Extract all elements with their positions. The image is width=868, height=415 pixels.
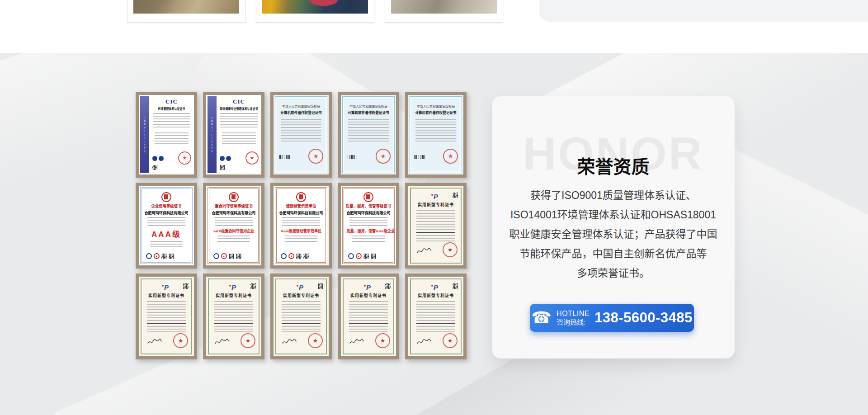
cnipa-logo-icon: P <box>434 283 438 291</box>
hotline-button[interactable]: ☎ HOTLINE 咨询热线: 138-5600-3485 <box>530 304 694 332</box>
qr-code-icon <box>229 254 234 259</box>
certificate-cic-environment[interactable]: CERTIFICATE CIC 环境管理体系认证证书 <box>136 92 197 178</box>
certificate-title: 诚信经营示范单位 <box>278 203 324 209</box>
red-seal-icon <box>375 333 390 348</box>
honor-description: 获得了ISO9001质量管理体系认证、 ISO14001环境管理体系认证和OHS… <box>501 186 726 283</box>
qr-code-icon <box>236 254 241 259</box>
cnipa-logo-icon: P <box>299 283 303 291</box>
certificate-title: 实用新型专利证书 <box>142 292 191 298</box>
certificate-enterprise-credit[interactable]: 企业信用等级证书 合肥珂玛环保科技有限公司 AAA级 <box>136 183 197 269</box>
phone-icon: ☎ <box>531 310 552 326</box>
certificate-title: 计算机软件著作权登记证书 <box>411 110 460 115</box>
hotline-number: 138-5600-3485 <box>594 310 693 326</box>
grade-text: AAA级重合同守信用企业 <box>212 228 255 234</box>
certificate-title: 实用新型专利证书 <box>411 292 461 298</box>
signature-icon <box>214 338 230 345</box>
qr-code-icon <box>453 283 458 289</box>
qr-code-icon <box>152 165 157 170</box>
certificate-utility-patent[interactable]: P 实用新型专利证书 <box>203 274 264 359</box>
honor-card: HONOR 荣誉资质 获得了ISO9001质量管理体系认证、 ISO14001环… <box>492 96 735 358</box>
signature-icon <box>147 338 162 345</box>
signature-icon <box>349 338 364 345</box>
red-emblem-icon <box>363 192 373 202</box>
signature-icon <box>416 338 432 345</box>
certificate-title: 计算机软件著作权登记证书 <box>344 110 393 115</box>
qr-code-icon <box>161 254 167 259</box>
cnipa-logo-icon: P <box>231 283 236 291</box>
divider <box>282 323 321 324</box>
gallery-card[interactable] <box>127 0 245 23</box>
certificate-cic-safety[interactable]: CERTIFICATE CIC 职业健康安全管理体系认证证书 <box>203 92 264 178</box>
certificate-contract-credit[interactable]: 重合同守信用等级证书 合肥珂玛环保科技有限公司 AAA级重合同守信用企业 <box>203 183 264 269</box>
company-name: 合肥珂玛环保科技有限公司 <box>143 210 190 215</box>
construction-photo-2 <box>262 0 368 14</box>
red-seal-icon <box>308 333 323 348</box>
certificate-utility-patent[interactable]: P 实用新型专利证书 <box>136 274 197 359</box>
certificate-ribbon: CERTIFICATE <box>140 96 149 173</box>
credit-logo-icon <box>281 253 287 259</box>
certificate-utility-patent[interactable]: P 实用新型专利证书 <box>405 274 467 359</box>
red-seal-icon <box>443 149 458 164</box>
gallery-card[interactable] <box>256 0 374 23</box>
certificate-utility-patent[interactable]: P 实用新型专利证书 <box>405 183 467 269</box>
barcode-icon <box>347 155 358 159</box>
cic-badge-icon <box>220 156 225 161</box>
description-line: 职业健康安全管理体系认证；产品获得了中国 <box>501 225 726 244</box>
star-seal-icon <box>154 253 160 259</box>
qr-code-icon <box>250 283 256 289</box>
grade-text: AAA级 <box>142 228 191 239</box>
divider <box>214 323 253 324</box>
credit-logo-icon <box>146 253 152 259</box>
qr-code-icon <box>385 283 391 289</box>
construction-photo-3 <box>391 0 497 14</box>
grade-text: AAA级诚信经营示范单位 <box>279 228 323 234</box>
qr-code-icon <box>303 254 309 259</box>
description-line: 节能环保产品，中国自主创新名优产品等 <box>501 244 726 264</box>
certificate-title: 重合同守信用等级证书 <box>211 203 256 209</box>
red-emblem-icon <box>229 192 239 202</box>
gallery-card[interactable] <box>385 0 503 23</box>
certificate-utility-patent[interactable]: P 实用新型专利证书 <box>338 274 399 359</box>
divider <box>416 232 455 233</box>
certificate-title: 企业信用等级证书 <box>144 203 189 209</box>
company-name: 合肥珂玛环保科技有限公司 <box>345 210 392 215</box>
certificate-software-copyright[interactable]: 中华人民共和国国家版权局 计算机软件著作权登记证书 <box>405 92 467 178</box>
certificate-integrity-model[interactable]: 诚信经营示范单位 合肥珂玛环保科技有限公司 AAA级诚信经营示范单位 <box>270 183 332 269</box>
red-seal-icon <box>241 333 255 348</box>
section-title: 荣誉资质 <box>492 152 735 179</box>
certificate-issuer: 中华人民共和国国家版权局 <box>343 104 394 108</box>
certificate-quality-service[interactable]: 质量、服务、信誉等级证书 合肥珂玛环保科技有限公司 质量、服务、信誉AAA级企业 <box>338 183 399 269</box>
certificate-issuer: 中华人民共和国国家版权局 <box>275 104 327 108</box>
certificate-issuer: 中华人民共和国国家版权局 <box>410 104 462 108</box>
hotline-label-en: HOTLINE <box>557 309 590 318</box>
cnipa-logo-icon: P <box>434 193 438 200</box>
qr-code-icon <box>169 254 174 259</box>
cic-logo: CIC <box>218 98 259 105</box>
company-name: 合肥珂玛环保科技有限公司 <box>278 210 325 215</box>
grade-text: 质量、服务、信誉AAA级企业 <box>346 228 390 234</box>
red-seal-icon <box>173 333 188 348</box>
qr-code-icon <box>371 254 376 259</box>
divider <box>349 323 388 324</box>
signature-icon <box>416 247 432 255</box>
qr-code-icon <box>183 283 189 289</box>
red-seal-icon <box>245 151 259 165</box>
certificate-title: 质量、服务、信誉等级证书 <box>346 203 391 209</box>
red-seal-icon <box>178 151 191 165</box>
hotline-label-zh: 咨询热线: <box>557 318 590 326</box>
certificate-software-copyright[interactable]: 中华人民共和国国家版权局 计算机软件著作权登记证书 <box>270 92 332 178</box>
certificate-software-copyright[interactable]: 中华人民共和国国家版权局 计算机软件著作权登记证书 <box>338 92 399 178</box>
certificate-title: 实用新型专利证书 <box>344 292 393 298</box>
certificate-title: 实用新型专利证书 <box>209 292 259 298</box>
top-right-panel <box>539 0 868 22</box>
certificate-utility-patent[interactable]: P 实用新型专利证书 <box>270 274 332 359</box>
cic-badge-icon <box>152 156 157 161</box>
certificate-title: 实用新型专利证书 <box>276 292 326 298</box>
cic-logo: CIC <box>151 98 192 105</box>
qr-code-icon <box>220 165 225 170</box>
certificate-ribbon: CERTIFICATE <box>208 96 217 173</box>
red-seal-icon <box>376 149 391 164</box>
qr-code-icon <box>453 193 458 198</box>
credit-logo-icon <box>213 253 219 259</box>
certificates-grid: CERTIFICATE CIC 环境管理体系认证证书 CERTIFICATE C… <box>136 92 467 359</box>
